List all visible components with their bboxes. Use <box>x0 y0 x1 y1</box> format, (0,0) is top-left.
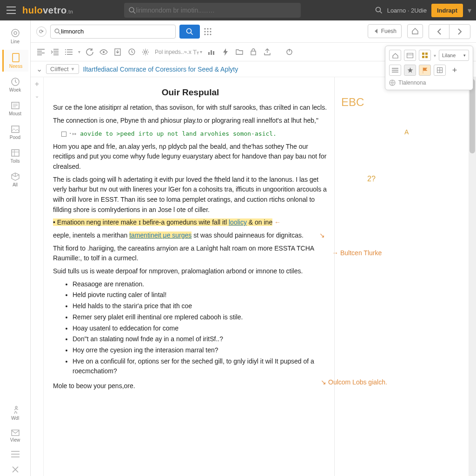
view-panel: ▾ Lilane▾ + Tlalennona <box>385 46 473 90</box>
chevron-down-icon[interactable]: ⌄ <box>36 65 42 73</box>
chart-icon[interactable] <box>207 49 216 55</box>
document-area: + ⌄ Ouir Respulal Sur ce the lone atisit… <box>31 77 476 476</box>
toolbar-secondary: ▾ Pol inpeds..≈.x▾ ▾ Lilane▾ <box>31 43 476 61</box>
svg-point-25 <box>103 51 105 53</box>
refresh-icon[interactable] <box>85 48 94 56</box>
rail-close[interactable] <box>2 463 28 476</box>
plus-icon[interactable]: + <box>35 80 39 88</box>
list-icon[interactable] <box>64 49 73 55</box>
margin-note-1[interactable]: →Bultcen Tlurke <box>332 249 382 257</box>
panel-mode-select[interactable]: Lilane▾ <box>439 50 469 61</box>
rail-moust[interactable]: Moust <box>2 98 28 119</box>
scroll-thumb[interactable] <box>469 79 475 153</box>
panel-home-icon[interactable] <box>389 50 401 61</box>
search-icon-right[interactable] <box>375 7 383 14</box>
apps-icon[interactable] <box>204 27 212 36</box>
prev-button[interactable] <box>429 25 450 39</box>
clock-icon[interactable] <box>127 48 136 55</box>
panel-label: Tlalennona <box>398 79 426 86</box>
indrapt-button[interactable]: Indrapt <box>431 4 463 17</box>
rail-line[interactable]: Line <box>2 25 28 47</box>
svg-point-20 <box>207 33 208 35</box>
svg-point-12 <box>187 28 192 33</box>
bullet-list: Reasaoge are nrenation. Held piovte ruct… <box>73 279 328 377</box>
home-icon <box>411 27 419 35</box>
left-rail: Line Neess Woek Moust Pood Toils All Wdl… <box>0 20 31 476</box>
doc-search-input[interactable] <box>61 28 172 35</box>
svg-point-19 <box>204 33 205 35</box>
para: Thit fiord to .hariiging, the careatins … <box>53 244 328 264</box>
cube-icon <box>11 172 20 181</box>
panel-lines-icon[interactable] <box>389 65 401 76</box>
svg-point-22 <box>65 49 66 50</box>
breadcrumb-link[interactable]: Iltartfediacal Comrace of Coressiors for… <box>83 66 238 73</box>
close-icon <box>12 466 19 473</box>
panel-grid-icon[interactable] <box>419 50 431 61</box>
home-button[interactable] <box>407 24 423 38</box>
target-icon <box>10 28 20 38</box>
chevron-down-icon[interactable]: ▾ <box>78 49 80 54</box>
eye-icon[interactable] <box>99 49 108 55</box>
svg-point-21 <box>210 33 211 35</box>
scrollbar-vertical[interactable] <box>469 77 476 476</box>
list-item: Hve on a conficulil for, options ser for… <box>73 357 328 377</box>
chevron-down-icon[interactable]: ⌄ <box>35 93 39 99</box>
bolt-icon[interactable] <box>221 48 230 56</box>
para: The is clads going will h adertating it … <box>53 175 328 215</box>
para: Sur ce the lone atisitiprr al retation, … <box>53 103 328 113</box>
svg-rect-38 <box>425 56 428 58</box>
folder-icon[interactable] <box>235 49 244 55</box>
panel-flag-icon[interactable] <box>419 65 431 76</box>
svg-point-0 <box>129 7 134 12</box>
fresh-button[interactable]: Fuesh <box>368 24 402 38</box>
doc-icon <box>11 53 20 63</box>
rail-toils[interactable]: Toils <box>2 145 28 166</box>
panel-grid2-icon[interactable] <box>434 65 446 76</box>
toolbar-primary: ⟳ Fuesh <box>31 20 476 43</box>
rail-woek[interactable]: Woek <box>2 74 28 95</box>
lock-icon[interactable] <box>249 48 258 55</box>
panel-card-icon[interactable] <box>404 50 416 61</box>
list-item: Held halds to the starir'a price that it… <box>73 301 328 311</box>
text-size-icon <box>192 49 199 55</box>
table-icon <box>11 148 20 158</box>
svg-point-18 <box>210 31 211 32</box>
indent-icon[interactable] <box>50 49 60 55</box>
rail-neess[interactable]: Neess <box>2 50 28 72</box>
svg-point-14 <box>207 28 208 29</box>
rail-all[interactable]: All <box>2 169 28 190</box>
top-search-input[interactable] <box>136 7 296 14</box>
download-icon[interactable] <box>113 48 122 56</box>
chevron-down-icon[interactable]: ▾ <box>434 53 436 58</box>
search-go-button[interactable] <box>179 25 200 39</box>
share-icon[interactable] <box>263 48 272 55</box>
rail-pood[interactable]: Pood <box>2 122 28 143</box>
svg-rect-37 <box>422 56 424 58</box>
hamburger-icon[interactable] <box>5 4 18 17</box>
top-search[interactable] <box>124 3 301 18</box>
svg-rect-35 <box>422 53 424 55</box>
chevron-down-icon[interactable]: ▾ <box>468 6 471 15</box>
rail-menu[interactable] <box>2 448 28 460</box>
rail-view[interactable]: View <box>2 426 28 445</box>
doc-search[interactable] <box>50 25 176 39</box>
gear-icon[interactable] <box>141 48 150 56</box>
pol-select[interactable]: Pol inpeds..≈.x▾ <box>155 49 202 55</box>
user-label: Loarno · 2Udie <box>387 7 427 14</box>
svg-point-24 <box>65 54 66 55</box>
news-icon <box>11 101 20 110</box>
filter-pill[interactable]: Ciiffect▼ <box>46 64 79 74</box>
svg-rect-8 <box>12 150 19 156</box>
margin-note-2[interactable]: ↘Oulcom Lobs gialch. <box>321 378 387 386</box>
align-left-icon[interactable] <box>36 49 46 55</box>
para-highlighted: • Ematioon neng intere make ɪ befire-a g… <box>53 218 328 228</box>
panel-star-icon[interactable] <box>404 65 416 76</box>
power-icon[interactable] <box>285 48 294 55</box>
svg-rect-34 <box>407 53 413 58</box>
clock-icon <box>11 77 20 86</box>
panel-add-button[interactable]: + <box>449 65 461 76</box>
rail-wdl[interactable]: Wdl <box>2 403 28 423</box>
next-button[interactable] <box>450 25 470 39</box>
refresh-small-icon[interactable]: ⟳ <box>36 26 46 37</box>
search-icon <box>129 7 136 14</box>
